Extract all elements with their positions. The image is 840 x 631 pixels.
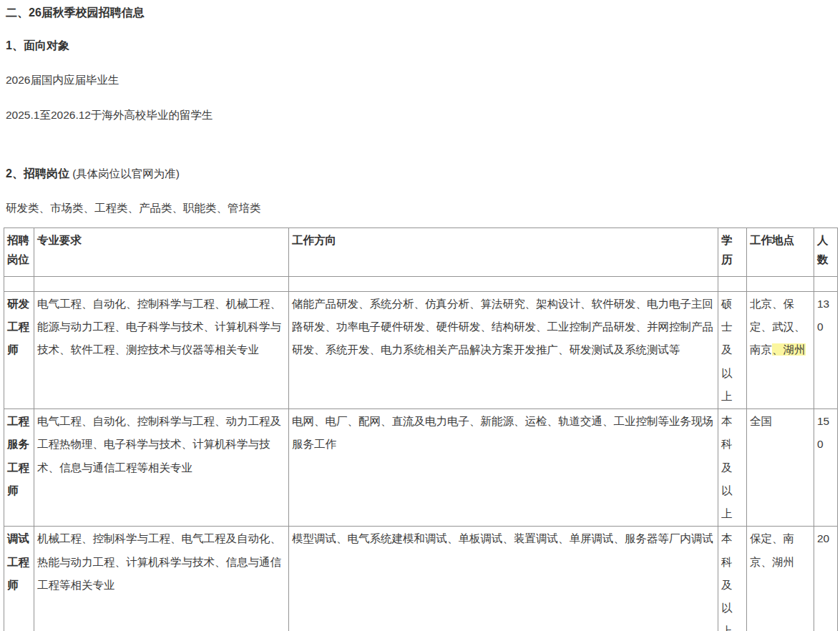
recruitment-table: 招聘岗位 专业要求 工作方向 学历 工作地点 人数 研发工程师 电气工程、自动化… (4, 228, 838, 631)
cell-location: 北京、保定、武汉、南京、湖州 (747, 292, 814, 409)
cell-location: 全国 (747, 409, 814, 527)
cell-degree: 硕士及以上 (718, 292, 747, 409)
cell-headcount: 130 (814, 292, 838, 409)
cell-direction: 储能产品研发、系统分析、仿真分析、算法研究、架构设计、软件研发、电力电子主回路研… (289, 292, 718, 409)
header-majors: 专业要求 (34, 228, 289, 277)
job-categories: 研发类、市场类、工程类、产品类、职能类、管培类 (6, 201, 837, 216)
section-2-heading: 2、招聘岗位 (具体岗位以官网为准) (6, 167, 837, 182)
cell-location: 保定、南京、湖州 (747, 527, 814, 631)
cell-majors: 电气工程、自动化、控制科学与工程、动力工程及工程热物理、电子科学与技术、计算机科… (34, 409, 289, 527)
section-2-heading-note: (具体岗位以官网为准) (69, 167, 180, 180)
table-header-row: 招聘岗位 专业要求 工作方向 学历 工作地点 人数 (4, 228, 838, 277)
table-row-engineering-service: 工程服务工程师 电气工程、自动化、控制科学与工程、动力工程及工程热物理、电子科学… (4, 409, 838, 527)
table-row-rd-engineer: 研发工程师 电气工程、自动化、控制科学与工程、机械工程、能源与动力工程、电子科学… (4, 292, 838, 409)
spacer-row (4, 277, 838, 292)
section-1-heading: 1、面向对象 (6, 39, 837, 54)
doc-title: 二、26届秋季校园招聘信息 (6, 6, 837, 21)
header-headcount: 人数 (814, 228, 838, 277)
cell-majors: 电气工程、自动化、控制科学与工程、机械工程、能源与动力工程、电子科学与技术、计算… (34, 292, 289, 409)
header-position: 招聘岗位 (4, 228, 34, 277)
header-degree: 学历 (718, 228, 747, 277)
section-2-heading-text: 2、招聘岗位 (6, 167, 69, 180)
cell-degree: 本科及以上 (718, 409, 747, 527)
audience-line-overseas: 2025.1至2026.12于海外高校毕业的留学生 (6, 108, 837, 123)
cell-headcount: 20 (814, 527, 838, 631)
cell-position: 工程服务工程师 (4, 409, 34, 527)
cell-degree: 本科及以上 (718, 527, 747, 631)
audience-line-domestic: 2026届国内应届毕业生 (6, 73, 837, 88)
table-row-commissioning-engineer: 调试工程师 机械工程、控制科学与工程、电气工程及自动化、热能与动力工程、计算机科… (4, 527, 838, 631)
cell-position: 调试工程师 (4, 527, 34, 631)
location-highlight-huzhou: 、湖州 (772, 343, 806, 356)
cell-direction: 电网、电厂、配网、直流及电力电子、新能源、运检、轨道交通、工业控制等业务现场服务… (289, 409, 718, 527)
header-direction: 工作方向 (289, 228, 718, 277)
cell-position: 研发工程师 (4, 292, 34, 409)
cell-direction: 模型调试、电气系统建模和调试、单板调试、装置调试、单屏调试、服务器等厂内调试 (289, 527, 718, 631)
cell-headcount: 150 (814, 409, 838, 527)
header-location: 工作地点 (747, 228, 814, 277)
cell-majors: 机械工程、控制科学与工程、电气工程及自动化、热能与动力工程、计算机科学与技术、信… (34, 527, 289, 631)
